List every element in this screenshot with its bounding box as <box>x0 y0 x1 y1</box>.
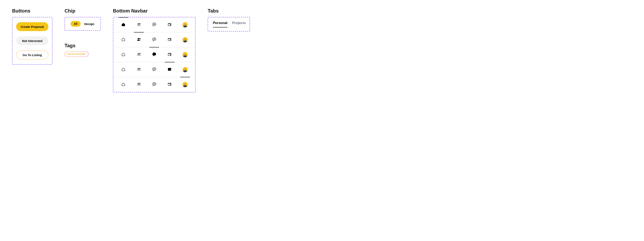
buttons-section: Buttons Create Proposal Not Interested G… <box>12 8 52 65</box>
home-icon <box>121 37 126 42</box>
people-icon <box>137 22 141 28</box>
chat-icon <box>152 52 156 57</box>
svg-point-31 <box>154 84 154 84</box>
svg-point-4 <box>155 24 155 24</box>
bottom-navbar-container <box>113 17 196 92</box>
people-icon <box>137 37 141 42</box>
nav-wallet[interactable] <box>162 32 177 47</box>
navbar-row <box>113 17 195 32</box>
nav-people[interactable] <box>131 47 146 62</box>
wallet-icon <box>167 67 172 72</box>
svg-point-11 <box>155 39 155 39</box>
svg-point-2 <box>154 24 154 24</box>
nav-chat[interactable] <box>146 32 162 47</box>
svg-point-32 <box>155 84 155 84</box>
nav-home[interactable] <box>116 77 131 92</box>
profile-avatar-icon <box>182 52 188 57</box>
people-icon <box>137 82 141 87</box>
svg-point-10 <box>154 39 154 39</box>
svg-rect-13 <box>170 39 171 40</box>
wallet-icon <box>167 22 172 28</box>
not-interested-button[interactable]: Not Interested <box>16 36 48 45</box>
brand-designer-tag[interactable]: BRAND DESIGNER <box>64 52 88 57</box>
nav-profile[interactable] <box>178 47 193 62</box>
nav-chat[interactable] <box>146 47 162 62</box>
svg-point-18 <box>155 54 155 54</box>
profile-avatar-icon <box>182 37 188 42</box>
tabs-section: Tabs Personal Projects <box>208 8 250 32</box>
nav-wallet[interactable] <box>162 47 177 62</box>
nav-home[interactable] <box>116 17 131 32</box>
nav-home[interactable] <box>116 62 131 77</box>
tab-personal[interactable]: Personal <box>213 21 228 28</box>
nav-chat[interactable] <box>146 17 162 32</box>
nav-wallet[interactable] <box>162 77 177 92</box>
svg-point-8 <box>139 38 140 39</box>
chat-icon <box>152 37 156 42</box>
nav-people[interactable] <box>131 77 146 92</box>
profile-avatar-icon <box>182 67 188 72</box>
tabs-heading: Tabs <box>208 8 250 14</box>
home-icon <box>121 52 126 57</box>
chip-design[interactable]: Design <box>84 22 94 26</box>
svg-rect-27 <box>170 69 171 70</box>
nav-profile[interactable] <box>178 32 193 47</box>
svg-point-17 <box>154 54 154 54</box>
nav-people[interactable] <box>131 32 146 47</box>
nav-people[interactable] <box>131 17 146 32</box>
svg-point-22 <box>139 68 140 69</box>
svg-point-9 <box>154 39 154 39</box>
nav-profile[interactable] <box>178 77 193 92</box>
wallet-icon <box>167 37 172 42</box>
nav-chat[interactable] <box>146 77 162 92</box>
tab-projects[interactable]: Projects <box>232 21 246 28</box>
navbar-row <box>113 47 195 62</box>
nav-chat[interactable] <box>146 62 162 77</box>
chip-container: All Design <box>64 17 101 31</box>
chip-heading: Chip <box>64 8 101 14</box>
svg-point-23 <box>154 69 154 69</box>
svg-point-0 <box>138 23 139 25</box>
chat-icon <box>152 82 156 87</box>
svg-point-7 <box>138 38 139 39</box>
navbar-row <box>113 77 195 92</box>
tags-heading: Tags <box>64 43 101 49</box>
chip-all[interactable]: All <box>70 21 81 27</box>
svg-point-21 <box>138 68 139 69</box>
people-icon <box>137 52 141 57</box>
wallet-icon <box>167 52 172 57</box>
svg-point-29 <box>139 83 140 84</box>
svg-point-14 <box>138 53 139 54</box>
svg-point-25 <box>155 69 155 69</box>
chat-icon <box>152 67 156 72</box>
svg-rect-20 <box>170 54 171 55</box>
nav-people[interactable] <box>131 62 146 77</box>
navbar-row <box>113 32 195 47</box>
nav-home[interactable] <box>116 47 131 62</box>
svg-point-24 <box>154 69 154 69</box>
svg-point-3 <box>154 24 154 24</box>
nav-wallet[interactable] <box>162 62 177 77</box>
nav-wallet[interactable] <box>162 17 177 32</box>
home-icon <box>121 82 126 87</box>
buttons-container: Create Proposal Not Interested Go To Lis… <box>12 17 52 65</box>
nav-profile[interactable] <box>178 17 193 32</box>
profile-avatar-icon <box>182 82 188 87</box>
nav-profile[interactable] <box>178 62 193 77</box>
home-icon <box>121 67 126 72</box>
svg-rect-34 <box>170 84 171 85</box>
wallet-icon <box>167 82 172 87</box>
go-to-listing-button[interactable]: Go To Listing <box>16 51 48 59</box>
svg-point-28 <box>138 83 139 84</box>
chip-tags-column: Chip All Design Tags BRAND DESIGNER <box>64 8 101 57</box>
svg-point-15 <box>139 53 140 54</box>
people-icon <box>137 67 141 72</box>
create-proposal-button[interactable]: Create Proposal <box>16 22 48 31</box>
svg-rect-6 <box>170 25 171 25</box>
tabs-container: Personal Projects <box>208 17 250 32</box>
nav-home[interactable] <box>116 32 131 47</box>
bottom-navbar-section: Bottom Navbar <box>113 8 196 92</box>
svg-point-1 <box>139 23 140 24</box>
bottom-navbar-heading: Bottom Navbar <box>113 8 196 14</box>
home-icon <box>121 22 126 28</box>
